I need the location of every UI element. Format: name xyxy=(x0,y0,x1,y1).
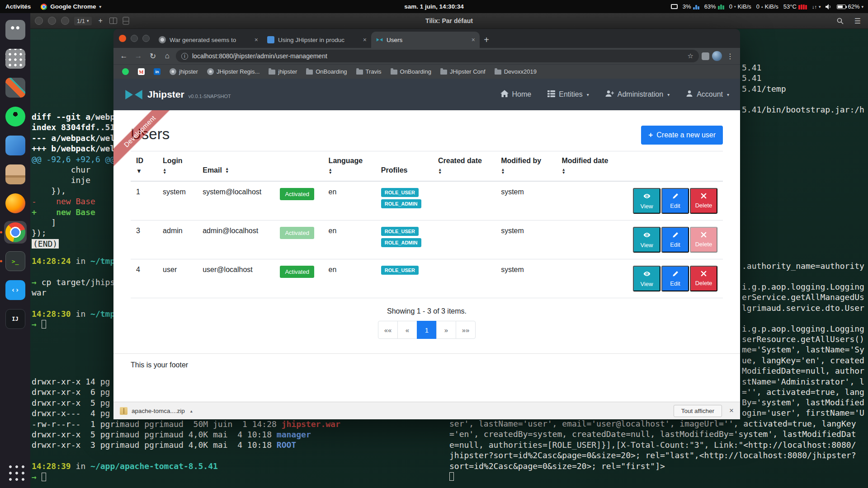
dock-icon-intellij[interactable]: IJ xyxy=(4,308,27,330)
del-button[interactable]: Delete xyxy=(690,188,717,214)
folder-icon xyxy=(495,70,501,75)
column-header-modified-date[interactable]: Modified date▲▼ xyxy=(556,151,615,182)
nav-item-administration[interactable]: Administration▾ xyxy=(605,90,670,99)
split-horizontal-icon[interactable] xyxy=(109,18,117,24)
dock-icon-spotify[interactable] xyxy=(4,105,27,128)
tab-close-icon[interactable]: × xyxy=(363,36,367,43)
bookmark-item[interactable]: jhipster xyxy=(166,67,201,76)
page-footer: This is your footer xyxy=(113,353,740,376)
reload-button[interactable]: ↻ xyxy=(147,52,159,61)
profile-avatar[interactable] xyxy=(712,51,722,61)
action-label: Delete xyxy=(695,241,712,248)
bookmark-item[interactable]: OnBoarding xyxy=(303,67,350,76)
forward-button[interactable]: → xyxy=(132,52,144,61)
extension-icon[interactable] xyxy=(702,52,709,60)
browser-menu-icon[interactable]: ⋮ xyxy=(725,52,736,61)
search-icon[interactable] xyxy=(837,18,844,24)
column-header-language[interactable]: Language▲▼ xyxy=(323,151,376,182)
window-close-button[interactable] xyxy=(119,35,126,42)
nav-item-account[interactable]: Account▾ xyxy=(686,90,729,99)
download-bar-close-icon[interactable]: × xyxy=(729,406,734,415)
header-stack: Modified date▲▼ xyxy=(561,157,610,174)
tilix-session-button[interactable] xyxy=(61,17,69,25)
bookmark-item[interactable] xyxy=(119,67,132,76)
bookmark-item[interactable]: OnBoarding xyxy=(387,67,434,76)
window-maximize-button[interactable] xyxy=(142,35,150,42)
window-minimize-button[interactable] xyxy=(131,35,138,42)
dock-icon-gimp[interactable] xyxy=(4,19,27,41)
site-icon xyxy=(170,68,176,75)
column-header-login[interactable]: Login▲▼ xyxy=(157,151,197,182)
tilix-session-button[interactable] xyxy=(35,17,43,25)
view-button[interactable]: View xyxy=(633,227,660,253)
column-label: Created date xyxy=(438,157,482,165)
bookmark-item[interactable]: Travis xyxy=(353,67,385,76)
bookmark-item[interactable]: in xyxy=(151,67,164,76)
browser-tab[interactable]: War generated seems to× xyxy=(154,32,263,48)
app-grid-button[interactable] xyxy=(6,463,24,481)
dock-icon-keypad[interactable] xyxy=(4,47,27,70)
home-button[interactable]: ⌂ xyxy=(161,52,173,61)
status-badge[interactable]: Activated xyxy=(280,188,314,200)
pagination-last[interactable]: »» xyxy=(456,321,476,339)
back-button[interactable]: ← xyxy=(118,52,130,61)
hamburger-menu-icon[interactable]: ☰ xyxy=(854,17,861,25)
tilix-session-button[interactable] xyxy=(48,17,56,25)
dock-icon-firefox[interactable] xyxy=(4,192,27,215)
pagination-prev[interactable]: « xyxy=(397,321,417,339)
brand[interactable]: Jhipster v0.0.1-SNAPSHOT xyxy=(124,89,231,100)
bookmark-star-icon[interactable]: ☆ xyxy=(688,52,693,60)
dock-icon-boxes[interactable] xyxy=(4,134,27,157)
dock: >_‹›IJ xyxy=(0,13,30,488)
dock-icon-tweaks[interactable] xyxy=(4,76,27,99)
column-header-email[interactable]: Email▲▼ xyxy=(197,151,274,182)
nav-item-entities[interactable]: Entities▾ xyxy=(547,90,589,99)
pagination-page-1[interactable]: 1 xyxy=(417,321,437,339)
column-header-modified-by[interactable]: Modified by▲▼ xyxy=(495,151,556,182)
table-header-row: ID▼Login▲▼Email▲▼Language▲▼ProfilesCreat… xyxy=(131,151,723,182)
bookmark-item[interactable]: Devoxx2019 xyxy=(491,67,540,76)
nav-item-home[interactable]: Home xyxy=(500,90,532,99)
monitor-icon xyxy=(671,4,678,9)
url-bar[interactable]: i localhost:8080/jhipster/admin/user-man… xyxy=(176,50,699,62)
dock-icon-archive[interactable] xyxy=(4,163,27,186)
tilix-tab-counter[interactable]: 1/1▾ xyxy=(74,17,92,25)
edit-button[interactable]: Edit xyxy=(661,188,689,214)
dock-icon-tilix[interactable]: >_ xyxy=(4,250,27,272)
del-button[interactable]: Delete xyxy=(690,266,717,291)
pagination-first[interactable]: «« xyxy=(378,321,398,339)
bookmark-item[interactable]: M xyxy=(135,67,148,76)
edit-button[interactable]: Edit xyxy=(661,227,689,253)
focused-app-menu[interactable]: Google Chrome ▾ xyxy=(41,3,101,10)
pagination-next[interactable]: » xyxy=(436,321,456,339)
status-badge[interactable]: Activated xyxy=(280,266,314,278)
new-tab-button[interactable]: + xyxy=(480,33,493,47)
cell-status: Activated xyxy=(274,181,323,221)
create-user-button[interactable]: + Create a new user xyxy=(641,126,723,145)
bookmark-item[interactable]: jhipster xyxy=(265,67,300,76)
edit-button[interactable]: Edit xyxy=(661,266,689,291)
split-vertical-icon[interactable] xyxy=(123,17,129,25)
column-header-created-date[interactable]: Created date▲▼ xyxy=(433,151,495,182)
activities-button[interactable]: Activités xyxy=(5,3,31,10)
column-header-id[interactable]: ID▼ xyxy=(131,151,157,182)
bookmark-item[interactable]: JHipster Regis... xyxy=(204,67,263,76)
system-indicators[interactable]: 3% 63% 0 ▾ KiB/s 0 ▴ KiB/s 53°C ↓↑▾ 62% … xyxy=(671,3,868,10)
download-item[interactable]: apache-tomca....zip ▴ xyxy=(120,407,193,415)
view-button[interactable]: View xyxy=(633,266,660,291)
bookmark-item[interactable]: JHipster Conf xyxy=(437,67,489,76)
dock-icon-vscode[interactable]: ‹› xyxy=(4,279,27,301)
tab-close-icon[interactable]: × xyxy=(255,36,258,43)
profile-line: ROLE_USER xyxy=(381,227,427,236)
browser-tab[interactable]: Users× xyxy=(371,32,480,48)
browser-tab[interactable]: Using JHipster in produc× xyxy=(263,32,371,48)
dock-icon-chrome[interactable] xyxy=(4,221,27,244)
site-info-icon[interactable]: i xyxy=(181,53,188,60)
spacer xyxy=(113,376,740,402)
tilix-new-terminal-button[interactable]: + xyxy=(97,17,104,25)
running-indicator xyxy=(0,260,2,263)
clock[interactable]: sam. 1 juin, 14:30:34 xyxy=(404,3,463,10)
show-all-downloads-button[interactable]: Tout afficher xyxy=(674,405,722,417)
tab-close-icon[interactable]: × xyxy=(472,36,475,43)
view-button[interactable]: View xyxy=(633,188,660,214)
